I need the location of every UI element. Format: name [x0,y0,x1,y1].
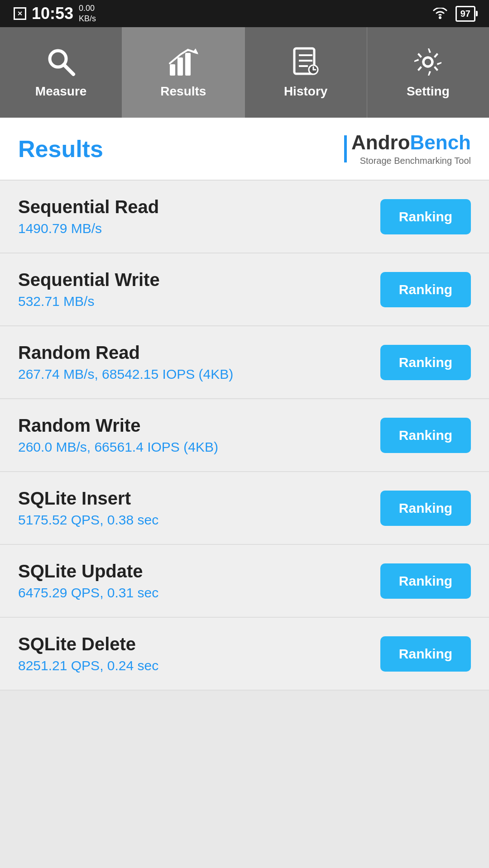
result-info-random-read: Random Read 267.74 MB/s, 68542.15 IOPS (… [18,343,233,382]
result-name-random-read: Random Read [18,343,233,363]
ranking-btn-sqlite-update[interactable]: Ranking [380,563,471,599]
result-value-sequential-read: 1490.79 MB/s [18,221,159,236]
result-value-sqlite-delete: 8251.21 QPS, 0.24 sec [18,658,158,673]
result-info-sqlite-update: SQLite Update 6475.29 QPS, 0.31 sec [18,561,158,601]
result-name-sequential-write: Sequential Write [18,270,160,290]
tab-measure-label: Measure [35,84,87,99]
brand-bar [344,135,347,162]
status-time: 10:53 [32,4,73,23]
result-info-random-write: Random Write 260.0 MB/s, 66561.4 IOPS (4… [18,415,218,455]
status-right: 97 [432,6,475,22]
brand-name: AndroBench [351,131,471,154]
svg-marker-6 [192,48,198,54]
result-value-random-read: 267.74 MB/s, 68542.15 IOPS (4KB) [18,367,233,382]
svg-rect-4 [177,57,183,76]
tab-history[interactable]: History [245,27,367,118]
svg-point-15 [423,57,432,67]
result-name-sqlite-insert: SQLite Insert [18,488,158,509]
result-name-sqlite-update: SQLite Update [18,561,158,582]
tab-history-label: History [284,84,327,99]
document-icon [290,46,321,78]
ranking-btn-sequential-write[interactable]: Ranking [380,272,471,307]
status-left: ✕ 10:53 0.00KB/s [14,3,96,24]
ranking-btn-sqlite-insert[interactable]: Ranking [380,491,471,526]
result-info-sqlite-insert: SQLite Insert 5175.52 QPS, 0.38 sec [18,488,158,528]
speed-value: 0.00KB/s [79,3,96,24]
svg-line-2 [64,65,73,74]
tab-results[interactable]: Results [122,27,244,118]
result-value-sqlite-update: 6475.29 QPS, 0.31 sec [18,585,158,601]
wifi-icon [432,8,448,19]
brand-logo: AndroBench Storage Benchmarking Tool [344,131,471,166]
svg-point-0 [439,16,441,19]
tab-results-label: Results [160,84,206,99]
brand-name-andro: Andro [351,131,410,153]
result-sequential-read: Sequential Read 1490.79 MB/s Ranking [0,181,489,253]
search-icon [45,46,77,78]
result-random-read: Random Read 267.74 MB/s, 68542.15 IOPS (… [0,326,489,399]
result-name-random-write: Random Write [18,415,218,436]
results-list: Sequential Read 1490.79 MB/s Ranking Seq… [0,181,489,691]
tab-navigation: Measure Results History [0,27,489,118]
result-value-random-write: 260.0 MB/s, 66561.4 IOPS (4KB) [18,439,218,455]
battery-indicator: 97 [455,6,475,22]
result-value-sequential-write: 532.71 MB/s [18,294,160,309]
brand-subtitle: Storage Benchmarking Tool [360,156,471,166]
svg-rect-5 [185,53,191,76]
chart-icon [168,46,199,78]
tab-setting[interactable]: Setting [367,27,489,118]
ranking-btn-random-write[interactable]: Ranking [380,418,471,453]
status-bar: ✕ 10:53 0.00KB/s 97 [0,0,489,27]
svg-rect-3 [170,64,175,76]
result-sequential-write: Sequential Write 532.71 MB/s Ranking [0,253,489,326]
result-value-sqlite-insert: 5175.52 QPS, 0.38 sec [18,512,158,528]
result-info-sequential-read: Sequential Read 1490.79 MB/s [18,197,159,236]
notification-icon: ✕ [14,7,26,20]
brand-name-bench: Bench [410,131,471,153]
result-sqlite-delete: SQLite Delete 8251.21 QPS, 0.24 sec Rank… [0,618,489,691]
page-header: Results AndroBench Storage Benchmarking … [0,118,489,181]
ranking-btn-sqlite-delete[interactable]: Ranking [380,636,471,672]
result-name-sequential-read: Sequential Read [18,197,159,217]
result-name-sqlite-delete: SQLite Delete [18,634,158,654]
tab-setting-label: Setting [407,84,450,99]
result-random-write: Random Write 260.0 MB/s, 66561.4 IOPS (4… [0,399,489,472]
result-sqlite-update: SQLite Update 6475.29 QPS, 0.31 sec Rank… [0,545,489,618]
page-title: Results [18,135,103,162]
status-speed: 0.00KB/s [79,3,96,24]
gear-icon [412,46,444,78]
result-info-sequential-write: Sequential Write 532.71 MB/s [18,270,160,309]
result-info-sqlite-delete: SQLite Delete 8251.21 QPS, 0.24 sec [18,634,158,673]
ranking-btn-random-read[interactable]: Ranking [380,345,471,380]
battery-level: 97 [460,9,470,19]
tab-measure[interactable]: Measure [0,27,122,118]
ranking-btn-sequential-read[interactable]: Ranking [380,199,471,234]
brand-info: AndroBench Storage Benchmarking Tool [351,131,471,166]
result-sqlite-insert: SQLite Insert 5175.52 QPS, 0.38 sec Rank… [0,472,489,545]
